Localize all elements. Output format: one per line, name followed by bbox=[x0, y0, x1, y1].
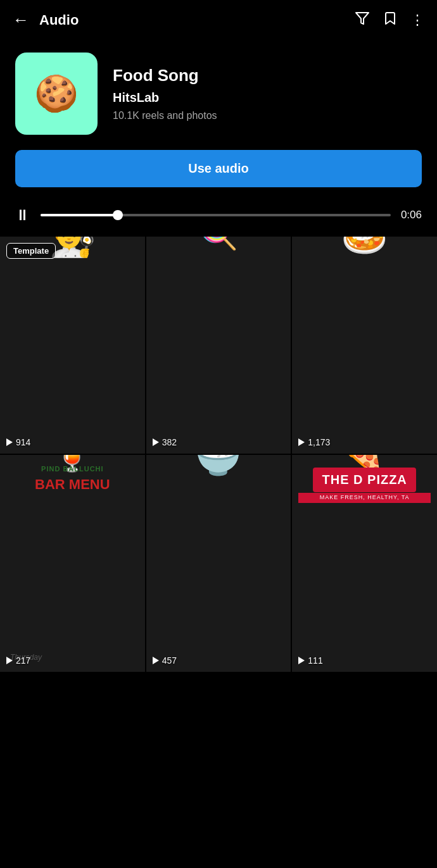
play-count-food2: 457 bbox=[153, 655, 177, 666]
media-item-pizza[interactable]: THE D PIZZA MAKE FRESH, HEALTHY, TA 111 bbox=[292, 455, 437, 672]
play-icon-food1 bbox=[298, 438, 305, 446]
media-item-food2[interactable]: 457 bbox=[146, 455, 291, 672]
pizza-sign: THE D PIZZA MAKE FRESH, HEALTHY, TA bbox=[292, 455, 437, 516]
progress-fill bbox=[41, 214, 118, 216]
song-thumbnail: 🍪 bbox=[15, 53, 98, 135]
media-item-food1[interactable]: 1,173 bbox=[292, 237, 437, 454]
progress-bar[interactable] bbox=[41, 214, 391, 216]
count-label-chef: 914 bbox=[16, 437, 30, 447]
play-icon-food2 bbox=[153, 657, 159, 664]
media-item-menu[interactable]: Pind Balluchi BAR MENU Thursday 217 bbox=[0, 455, 145, 672]
count-label-menu: 217 bbox=[16, 655, 30, 666]
song-title: Food Song bbox=[113, 66, 217, 85]
song-meta: 10.1K reels and photos bbox=[113, 110, 217, 121]
filter-icon[interactable] bbox=[355, 11, 370, 30]
bookmark-icon[interactable] bbox=[383, 11, 398, 30]
menu-text-overlay: Pind Balluchi BAR MENU Thursday bbox=[0, 455, 145, 672]
more-icon[interactable]: ⋮ bbox=[410, 12, 424, 28]
pizza-sign-text: THE D PIZZA bbox=[313, 468, 415, 492]
back-button[interactable]: ← bbox=[13, 10, 29, 30]
count-label-pizza: 111 bbox=[308, 655, 322, 666]
play-icon-chef bbox=[6, 438, 13, 446]
progress-thumb bbox=[113, 210, 123, 220]
song-artist: HitsLab bbox=[113, 90, 217, 105]
header-actions: ⋮ bbox=[355, 11, 424, 30]
play-icon-baby bbox=[153, 438, 159, 446]
count-label-food2: 457 bbox=[162, 655, 177, 666]
play-count-chef: 914 bbox=[6, 437, 30, 447]
pause-button[interactable]: ⏸ bbox=[15, 206, 30, 224]
media-item-baby[interactable]: 382 bbox=[146, 237, 291, 454]
restaurant-name: Pind Balluchi bbox=[41, 465, 104, 473]
play-icon-menu bbox=[6, 657, 13, 664]
audio-player: ⏸ 0:06 bbox=[0, 200, 437, 237]
use-audio-button[interactable]: Use audio bbox=[15, 150, 422, 187]
bar-menu-label: BAR MENU bbox=[35, 476, 110, 493]
play-count-food1: 1,173 bbox=[298, 437, 330, 447]
count-label-food1: 1,173 bbox=[308, 437, 330, 447]
song-details: Food Song HitsLab 10.1K reels and photos bbox=[113, 66, 217, 121]
play-count-pizza: 111 bbox=[298, 655, 322, 666]
count-label-baby: 382 bbox=[162, 437, 177, 447]
song-info: 🍪 Food Song HitsLab 10.1K reels and phot… bbox=[0, 40, 437, 150]
play-count-menu: 217 bbox=[6, 655, 30, 666]
play-icon-pizza bbox=[298, 657, 305, 664]
pizza-sign-sub: MAKE FRESH, HEALTHY, TA bbox=[298, 493, 431, 503]
play-count-baby: 382 bbox=[153, 437, 177, 447]
page-title: Audio bbox=[39, 12, 345, 28]
audio-time: 0:06 bbox=[401, 209, 422, 221]
media-item-chef[interactable]: Template 914 bbox=[0, 237, 145, 454]
template-badge: Template bbox=[6, 243, 56, 259]
header: ← Audio ⋮ bbox=[0, 0, 437, 40]
song-thumb-emoji: 🍪 bbox=[34, 73, 79, 115]
svg-marker-0 bbox=[356, 13, 369, 24]
media-grid: Template 914 382 1,173 Pind Balluchi BAR… bbox=[0, 237, 437, 672]
